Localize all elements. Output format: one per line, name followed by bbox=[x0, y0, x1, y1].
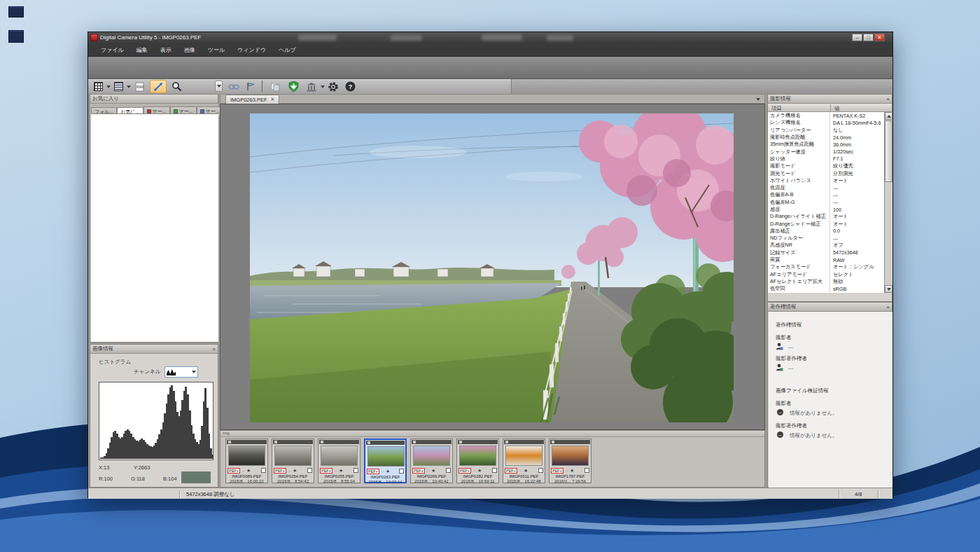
star-icon[interactable]: ★ bbox=[477, 468, 482, 474]
pef-badge: PEF+ bbox=[227, 468, 240, 474]
zoom-level-caret[interactable] bbox=[215, 81, 223, 92]
menu-item[interactable]: ファイル bbox=[95, 44, 130, 56]
transfer-button[interactable] bbox=[286, 80, 301, 93]
star-icon[interactable]: ★ bbox=[570, 468, 574, 474]
triangle-down-icon bbox=[887, 288, 891, 291]
image-info-panel-header[interactable]: 画像情報 × bbox=[90, 345, 218, 354]
thumbnail-checkbox[interactable] bbox=[538, 468, 543, 473]
filmstrip-header: img bbox=[220, 431, 764, 437]
menu-item[interactable]: 表示 bbox=[155, 44, 177, 56]
help-button[interactable]: ? bbox=[343, 81, 357, 92]
menu-item[interactable]: 編集 bbox=[131, 44, 153, 56]
filmstrip-thumbnail[interactable]: PEF+ — ★ IMGP0254.PEF 2015/8... 8:54:42 bbox=[272, 439, 314, 483]
exif-key: 高感度NR bbox=[768, 242, 830, 249]
thumbnail-icon-row: PEF+ — ★ bbox=[505, 467, 543, 474]
copyright-panel: 著作権情報 × 著作権情報 撮影者 --- 撮影著作権者 --- 画像ファイル検… bbox=[767, 302, 892, 488]
fit-to-screen-button[interactable] bbox=[150, 80, 167, 93]
exif-key: 露出補正 bbox=[768, 228, 830, 235]
star-icon[interactable]: ★ bbox=[246, 468, 251, 474]
blurred-region bbox=[482, 34, 522, 41]
scroll-up-button[interactable] bbox=[885, 112, 892, 120]
maximize-button[interactable]: □ bbox=[863, 34, 874, 41]
star-icon[interactable]: ★ bbox=[524, 468, 528, 474]
menu-item[interactable]: ツール bbox=[202, 44, 230, 56]
photographer-value: --- bbox=[788, 344, 794, 350]
scrollbar-thumb[interactable] bbox=[885, 120, 892, 182]
thumbnail-header-bar bbox=[273, 440, 313, 444]
exif-row: 色温度--- bbox=[768, 184, 884, 191]
minimize-button[interactable]: – bbox=[852, 34, 862, 41]
list-view-button[interactable] bbox=[111, 81, 125, 92]
blue-value: B:104 bbox=[163, 476, 177, 482]
close-icon[interactable]: × bbox=[886, 304, 890, 310]
tab-list-caret[interactable] bbox=[756, 98, 760, 101]
verify-holder-value: 情報がありません。 bbox=[790, 432, 838, 439]
filmstrip-thumbnail[interactable]: PEF+ — ★ IMGP0282.PEF 2015/8... 16:50:11 bbox=[456, 439, 499, 483]
thumbnail-checkbox[interactable] bbox=[399, 469, 404, 474]
thumbnail-header-bar bbox=[227, 440, 267, 444]
favorites-list[interactable] bbox=[91, 113, 218, 342]
photo[interactable] bbox=[250, 113, 734, 422]
thumbnail-header-bar bbox=[319, 440, 359, 444]
thumbnail-header-bar bbox=[504, 440, 544, 444]
thumbnail-date: 2015/8... 16:22:48 bbox=[503, 479, 545, 483]
thumbnail-view-caret[interactable] bbox=[106, 85, 111, 88]
navigator-panel: お気に入り フォル...お気に...マー...マー...マー... bbox=[90, 94, 218, 343]
document-tab[interactable]: IMGP0263.PEF ✕ bbox=[225, 95, 279, 104]
menu-item[interactable]: ウィンドウ bbox=[232, 44, 272, 56]
filmstrip-thumbnail[interactable]: PEF+ — ★ IMGP0089.PEF 2015/8... 16:00:22 bbox=[225, 439, 268, 483]
title-bar[interactable]: Digital Camera Utility 5 - IMGP0263.PEF … bbox=[88, 32, 892, 43]
thumbnail-checkbox[interactable] bbox=[446, 468, 451, 473]
verify-photographer-label: 撮影者 bbox=[776, 400, 792, 407]
menu-item[interactable]: 画像 bbox=[178, 44, 201, 56]
desktop-shortcut-icon[interactable] bbox=[8, 6, 24, 18]
green-shield-download-icon bbox=[288, 81, 300, 92]
menu-item[interactable]: ヘルプ bbox=[273, 44, 302, 56]
exif-value: 無効 bbox=[830, 278, 843, 285]
extract-jpeg-button[interactable] bbox=[267, 81, 283, 92]
link-displays-button[interactable] bbox=[227, 81, 241, 92]
navigator-panel-header[interactable]: お気に入り bbox=[90, 95, 218, 104]
thumbnail-filename: IMGP0254.PEF bbox=[272, 474, 314, 478]
thumbnail-checkbox[interactable] bbox=[584, 468, 589, 473]
close-icon[interactable]: × bbox=[886, 96, 890, 102]
navigator-panel-title: お気に入り bbox=[92, 95, 119, 102]
exif-key: AFセレクトエリア拡大 bbox=[768, 278, 830, 285]
copyright-panel-header[interactable]: 著作権情報 × bbox=[768, 303, 892, 312]
filmstrip-thumbnail[interactable]: PEF+ — ★ IMGP0311.PEF 2015/8... 16:22:48 bbox=[503, 439, 545, 483]
settings-button[interactable] bbox=[326, 81, 340, 92]
thumbnail-view-button[interactable] bbox=[91, 81, 105, 92]
shooting-info-header[interactable]: 撮影情報 × bbox=[768, 95, 892, 104]
archive-button[interactable] bbox=[304, 81, 319, 92]
star-icon[interactable]: ★ bbox=[386, 469, 390, 474]
list-view-caret[interactable] bbox=[127, 85, 131, 88]
thumbnail-checkbox[interactable] bbox=[492, 468, 497, 473]
star-icon[interactable]: ★ bbox=[293, 468, 297, 474]
close-button[interactable]: ✕ bbox=[874, 34, 885, 41]
thumbnail-checkbox[interactable] bbox=[307, 468, 312, 473]
menu-bar: ファイル編集表示画像ツールウィンドウヘルプ bbox=[88, 43, 892, 57]
filmstrip-thumbnail[interactable]: PEF+ — ★ IMGP1787.PEF 2016/1... 7:19:56 bbox=[549, 439, 592, 483]
filmstrip-thumbnail[interactable]: PEF+ — ★ IMGP0255.PEF 2015/8... 8:55:04 bbox=[318, 439, 360, 483]
exif-key: レンズ機種名 bbox=[768, 119, 830, 126]
document-tab-bar: IMGP0263.PEF ✕ bbox=[220, 94, 765, 104]
channel-select[interactable] bbox=[164, 366, 198, 378]
filmstrip-thumbnail[interactable]: PEF+ — ★ IMGP0269.PEF 2015/8... 10:40:42 bbox=[410, 439, 453, 483]
star-icon[interactable]: ★ bbox=[431, 468, 435, 474]
archive-caret[interactable] bbox=[321, 85, 325, 88]
thumbnail-checkbox[interactable] bbox=[354, 468, 358, 473]
thumbnail-checkbox[interactable] bbox=[261, 468, 266, 473]
desktop-shortcut-icon[interactable] bbox=[8, 30, 24, 43]
filmstrip-thumbnail[interactable]: PEF+ — ★ IMGP0263.PEF 2015/8... 10:03:14 bbox=[364, 439, 407, 483]
tab-close-icon[interactable]: ✕ bbox=[271, 97, 275, 102]
exif-scrollbar[interactable] bbox=[884, 112, 892, 293]
image-viewer[interactable] bbox=[220, 104, 765, 430]
scroll-down-button[interactable] bbox=[885, 285, 892, 293]
zoom-tool-button[interactable] bbox=[169, 81, 183, 92]
close-icon[interactable]: × bbox=[212, 346, 216, 352]
raw-display-button[interactable]: RAW bbox=[132, 81, 147, 92]
star-icon[interactable]: ★ bbox=[339, 468, 343, 474]
chain-link-icon bbox=[228, 83, 239, 91]
compare-button[interactable] bbox=[244, 81, 258, 92]
cursor-x-value: X:13 bbox=[99, 464, 109, 471]
